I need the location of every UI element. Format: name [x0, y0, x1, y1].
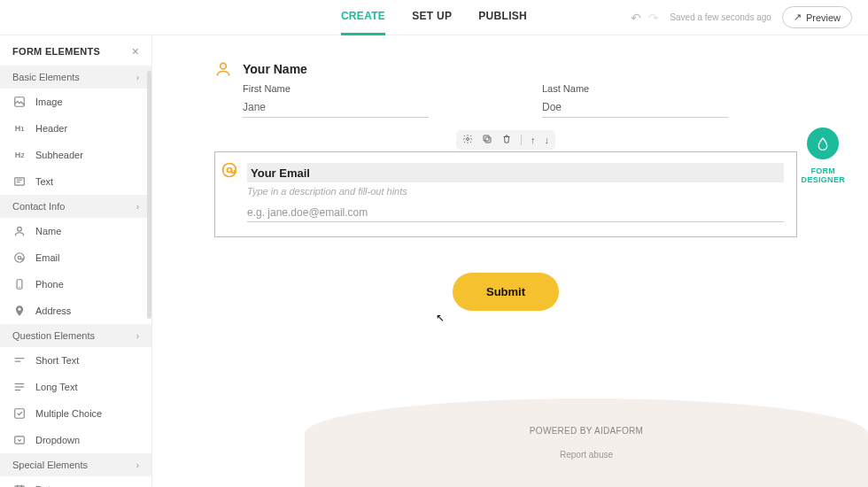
- section-basic-elements[interactable]: Basic Elements ›: [0, 66, 151, 89]
- svg-rect-26: [484, 135, 489, 141]
- section-label: Question Elements: [12, 330, 95, 341]
- svg-rect-14: [15, 409, 25, 419]
- trash-icon[interactable]: [501, 134, 512, 146]
- item-label: Phone: [35, 279, 64, 290]
- svg-point-23: [221, 63, 227, 69]
- item-label: Short Text: [35, 355, 79, 366]
- person-icon: [12, 224, 27, 238]
- section-question-elements[interactable]: Question Elements ›: [0, 324, 151, 347]
- topbar-right: ↶ ↷ Saved a few seconds ago ↗ Preview: [631, 6, 852, 28]
- calendar-icon: [12, 483, 27, 487]
- h1-icon: H1: [12, 121, 27, 135]
- copy-icon[interactable]: [482, 134, 492, 146]
- section-special-elements[interactable]: Special Elements ›: [0, 453, 151, 476]
- report-abuse-link[interactable]: Report abuse: [560, 450, 613, 460]
- section-contact-info[interactable]: Contact Info ›: [0, 195, 151, 218]
- item-label: Email: [35, 252, 60, 263]
- section-label: Special Elements: [12, 460, 88, 470]
- long-text-icon: [12, 380, 27, 394]
- at-icon: [12, 251, 27, 265]
- topbar-tabs: CREATE SET UP PUBLISH: [341, 0, 527, 35]
- svg-rect-15: [15, 437, 25, 444]
- undo-redo-group: ↶ ↷: [631, 11, 659, 25]
- undo-icon[interactable]: ↶: [631, 11, 641, 25]
- first-name-label: First Name: [243, 83, 498, 94]
- powered-by: POWERED BY AIDAFORM: [530, 426, 643, 436]
- submit-button[interactable]: Submit: [453, 273, 559, 311]
- tab-create[interactable]: CREATE: [341, 0, 385, 35]
- at-icon: [221, 161, 238, 182]
- sidebar-item-short-text[interactable]: Short Text: [0, 347, 151, 374]
- form-designer-fab[interactable]: FORMDESIGNER: [802, 128, 845, 184]
- short-text-icon: [12, 353, 27, 367]
- text-icon: [12, 174, 27, 189]
- preview-label: Preview: [806, 12, 841, 23]
- divider: [521, 135, 522, 145]
- name-field-block[interactable]: Your Name First Name Last Name: [214, 60, 797, 118]
- field-toolbar: ↑ ↓: [214, 130, 797, 150]
- close-icon[interactable]: ×: [132, 44, 139, 58]
- email-input-placeholder[interactable]: e.g. jane.doe@email.com: [247, 204, 784, 222]
- arrow-up-icon[interactable]: ↑: [531, 135, 536, 145]
- svg-point-24: [467, 138, 469, 141]
- item-label: Subheader: [35, 150, 83, 160]
- sidebar-item-name[interactable]: Name: [0, 218, 151, 244]
- last-name-label: Last Name: [542, 83, 797, 94]
- item-label: Name: [35, 226, 61, 236]
- item-label: Text: [35, 176, 53, 187]
- tab-setup[interactable]: SET UP: [412, 0, 452, 35]
- svg-rect-25: [485, 137, 491, 143]
- scrollbar[interactable]: [147, 71, 151, 319]
- item-label: Long Text: [35, 382, 78, 392]
- sidebar-item-email[interactable]: Email: [0, 244, 151, 271]
- sidebar-item-address[interactable]: Address: [0, 298, 151, 324]
- chevron-right-icon: ›: [136, 460, 139, 470]
- item-label: Header: [35, 123, 67, 134]
- chevron-right-icon: ›: [136, 202, 139, 212]
- chevron-right-icon: ›: [136, 73, 139, 82]
- h2-icon: H2: [12, 148, 27, 162]
- svg-point-4: [18, 227, 22, 231]
- sidebar-item-phone[interactable]: Phone: [0, 271, 151, 298]
- arrow-down-icon[interactable]: ↓: [545, 135, 550, 145]
- section-label: Contact Info: [12, 201, 65, 212]
- item-label: Image: [35, 97, 63, 107]
- email-title-input[interactable]: [251, 166, 780, 180]
- item-label: Dropdown: [35, 435, 80, 445]
- main-canvas: Your Name First Name Last Name: [152, 35, 868, 487]
- redo-icon[interactable]: ↷: [648, 11, 659, 25]
- sidebar-item-long-text[interactable]: Long Text: [0, 374, 151, 400]
- sidebar-item-multiple-choice[interactable]: Multiple Choice: [0, 400, 151, 427]
- sidebar: FORM ELEMENTS × Basic Elements › Image H…: [0, 35, 152, 487]
- email-field-block[interactable]: Type in a description and fill-out hints…: [214, 151, 797, 237]
- sidebar-item-dropdown[interactable]: Dropdown: [0, 427, 151, 453]
- sidebar-item-subheader[interactable]: H2Subheader: [0, 142, 151, 168]
- image-icon: [12, 95, 27, 109]
- dropdown-icon: [12, 433, 27, 447]
- checkbox-icon: [12, 406, 27, 421]
- sidebar-title: FORM ELEMENTS: [12, 46, 100, 57]
- last-name-input[interactable]: [542, 97, 728, 118]
- section-label: Basic Elements: [12, 72, 80, 82]
- sidebar-item-header[interactable]: H1Header: [0, 115, 151, 142]
- saved-status: Saved a few seconds ago: [670, 12, 771, 22]
- external-link-icon: ↗: [794, 12, 802, 23]
- droplet-icon[interactable]: [807, 128, 839, 159]
- sidebar-item-date[interactable]: Date: [0, 476, 151, 487]
- first-name-input[interactable]: [243, 97, 429, 118]
- field-title: Your Name: [243, 62, 307, 76]
- pin-icon: [12, 304, 27, 318]
- preview-button[interactable]: ↗ Preview: [782, 6, 852, 28]
- item-label: Address: [35, 305, 71, 316]
- footer: POWERED BY AIDAFORM Report abuse: [305, 398, 868, 487]
- cursor-icon: ↖: [436, 312, 445, 324]
- topbar: CREATE SET UP PUBLISH ↶ ↷ Saved a few se…: [0, 0, 868, 35]
- gear-icon[interactable]: [462, 134, 473, 146]
- fab-label: FORMDESIGNER: [802, 166, 845, 184]
- sidebar-item-text[interactable]: Text: [0, 168, 151, 195]
- tab-publish[interactable]: PUBLISH: [478, 0, 527, 35]
- description-hint[interactable]: Type in a description and fill-out hints: [247, 186, 784, 197]
- item-label: Multiple Choice: [35, 408, 102, 419]
- sidebar-item-image[interactable]: Image: [0, 89, 151, 115]
- chevron-right-icon: ›: [136, 331, 139, 341]
